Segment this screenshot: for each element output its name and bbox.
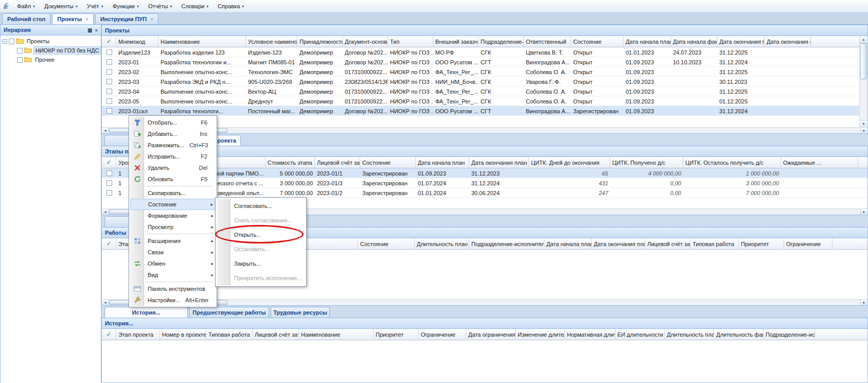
column-header[interactable]: Длительность план▼ <box>415 238 469 250</box>
column-header[interactable]: Лицевой счёт затрат <box>315 157 360 168</box>
context-menu-item-15[interactable]: Вид▸ <box>130 269 216 281</box>
menubar-item-3[interactable]: Функции▾ <box>109 2 143 11</box>
select-all-header[interactable]: ✓ <box>102 238 116 250</box>
table-row[interactable]: 2023-02Выполнение опытно-конс...Технолог… <box>102 67 867 77</box>
context-menu-item-12[interactable]: Расширения▸ <box>130 235 216 247</box>
column-header[interactable]: Состояние <box>360 157 416 168</box>
close-tab-icon[interactable]: × <box>85 16 88 22</box>
tree-checkbox[interactable] <box>17 48 23 54</box>
history-tabstrip-tab-2[interactable]: Трудовые ресурсы <box>271 307 330 318</box>
context-menu-item-3[interactable]: Исправить...F2 <box>130 151 216 162</box>
column-header[interactable]: Ожидаемые ... <box>781 157 858 168</box>
table-row[interactable]: Изделие123Разработка изделия 123Изделие-… <box>102 47 867 57</box>
context-menu-item-10[interactable]: Просмотр▸ <box>130 221 216 233</box>
column-header[interactable]: Ограничение <box>419 329 466 340</box>
state-submenu-item-4[interactable]: Закрыть... <box>217 256 305 271</box>
menubar-item-5[interactable]: Словари▾ <box>177 2 212 11</box>
column-header[interactable]: Типовая работа <box>690 238 739 250</box>
row-checkbox[interactable] <box>107 89 112 94</box>
column-header[interactable]: Наименование <box>158 36 246 47</box>
tree-item[interactable]: Прочее <box>1 55 101 64</box>
column-header[interactable]: ЕИ длительности <box>615 329 665 340</box>
column-header[interactable]: Принадлежность <box>297 36 343 47</box>
row-checkbox[interactable] <box>107 69 112 75</box>
column-header[interactable]: Лицевой счёт затр <box>253 329 299 340</box>
row-checkbox[interactable] <box>107 79 112 84</box>
vertical-scrollbar[interactable]: ▲ ▼ <box>859 36 867 127</box>
column-header[interactable]: Длительность фак <box>714 329 764 340</box>
scroll-right-icon[interactable]: ► <box>860 300 867 305</box>
tree-expander-icon[interactable]: − <box>3 39 7 44</box>
context-menu-item-13[interactable]: Связи▸ <box>130 247 216 258</box>
context-menu-item-14[interactable]: Обмен▸ <box>130 258 216 269</box>
column-header[interactable]: Дата начала план.. <box>544 238 592 250</box>
collapse-panel-icon[interactable]: « <box>95 27 98 33</box>
history-tabstrip-tab-0[interactable]: История... <box>104 307 188 318</box>
column-header[interactable]: Внешний заказчик <box>433 36 479 47</box>
scroll-right-icon[interactable]: ► <box>860 128 867 133</box>
column-header[interactable]: ЦИТК. Осталось получить д/с <box>683 157 781 168</box>
table-row[interactable]: 2023-04Выполнение опытно-конс...Вектор-А… <box>102 86 867 96</box>
column-header[interactable]: Длительность пла <box>665 329 714 340</box>
column-header[interactable]: Нормативная длит <box>565 329 615 340</box>
context-menu-item-9[interactable]: Формирование▸ <box>130 210 216 221</box>
row-checkbox[interactable] <box>107 108 112 114</box>
scroll-left-icon[interactable]: ◄ <box>102 128 109 133</box>
history-tabstrip-tab-1[interactable]: Предшествующие работы <box>189 307 269 318</box>
workspace-tab-2[interactable]: Инструкции ПУП× <box>95 13 158 24</box>
column-header[interactable]: Тип <box>388 36 433 47</box>
column-header[interactable]: Ответственный <box>524 36 571 47</box>
column-header[interactable]: Состояние <box>571 36 624 47</box>
column-header[interactable]: Дата начала план. <box>624 36 671 47</box>
column-header[interactable]: Дата окончания план <box>592 238 645 250</box>
table-row[interactable]: 2023-05Выполнение опытно-конс...Дредноут… <box>102 96 867 106</box>
column-header[interactable]: Подразделение-ис <box>764 329 815 340</box>
grid-view-icon[interactable]: ▦ <box>87 27 92 33</box>
scroll-right-icon[interactable]: ► <box>860 209 867 215</box>
select-all-header[interactable]: ✓ <box>102 157 116 168</box>
row-checkbox[interactable] <box>107 98 112 104</box>
column-header[interactable]: ЦИТК. Получено д/с <box>610 157 683 168</box>
column-header[interactable]: Приоритет <box>739 238 784 250</box>
column-header[interactable]: Приоритет <box>374 329 419 340</box>
tree-checkbox[interactable] <box>17 57 23 63</box>
column-header[interactable]: Подразделение-от <box>479 36 524 47</box>
column-header[interactable]: Дата ограничения <box>466 329 516 340</box>
column-header[interactable]: Дата окончания план <box>469 157 529 168</box>
table-row[interactable]: 2023-01Разработка технологии и...Магнит … <box>102 57 867 67</box>
context-menu-item-1[interactable]: Добавить...Ins <box>130 128 216 140</box>
context-menu-item-8[interactable]: Состояние▸ <box>130 199 216 210</box>
row-checkbox[interactable] <box>107 170 112 176</box>
menubar-item-6[interactable]: Справка▾ <box>214 2 248 11</box>
context-menu-item-0[interactable]: Отобрать...F6 <box>130 117 216 128</box>
context-menu-item-17[interactable]: Панель инструментов <box>130 283 216 294</box>
scroll-down-icon[interactable]: ▼ <box>860 120 867 127</box>
context-menu-item-4[interactable]: УдалитьDel <box>130 162 216 173</box>
context-menu-item-7[interactable]: Скопировать... <box>130 187 216 199</box>
scroll-up-icon[interactable]: ▲ <box>860 36 867 43</box>
tree-item[interactable]: НИОКР по ГОЗ без НДС <box>1 46 101 55</box>
context-menu-item-18[interactable]: Настройки...Alt+Enter <box>130 294 216 306</box>
column-header[interactable]: Состояние <box>358 238 415 250</box>
context-menu-item-5[interactable]: ОбновитьF5 <box>130 173 216 185</box>
context-menu-item-2[interactable]: Размножить...Ctrl+F3 <box>130 140 216 151</box>
column-header[interactable]: Типовая работа <box>206 329 253 340</box>
column-header[interactable]: Наименование <box>299 329 374 340</box>
row-checkbox[interactable] <box>107 59 112 65</box>
tree-checkbox[interactable] <box>9 39 14 44</box>
menubar-item-4[interactable]: Отчёты▾ <box>144 2 176 11</box>
column-header[interactable]: Мнемокод <box>116 36 158 47</box>
column-header[interactable]: ЦИТК. Дней до окончания <box>529 157 610 168</box>
menubar-item-2[interactable]: Учёт▾ <box>83 2 108 11</box>
table-row[interactable]: 2023-01склРазработка технологи...Постоян… <box>102 106 867 116</box>
column-header[interactable]: Подразделение-исполнитель.. <box>469 238 544 250</box>
scroll-left-icon[interactable]: ◄ <box>102 300 109 305</box>
column-header[interactable]: Дата начала план <box>416 157 469 168</box>
workspace-tab-0[interactable]: Рабочий стол <box>2 13 50 24</box>
column-header[interactable]: Ограничение <box>784 238 832 250</box>
column-header[interactable]: Дата начала факт. <box>671 36 717 47</box>
column-header[interactable]: Лицевой счёт затр <box>645 238 690 250</box>
column-header[interactable]: Дата окончания ф <box>765 36 811 47</box>
column-header[interactable]: Номер в проекте <box>160 329 206 340</box>
menubar-item-1[interactable]: Документы▾ <box>40 2 82 11</box>
